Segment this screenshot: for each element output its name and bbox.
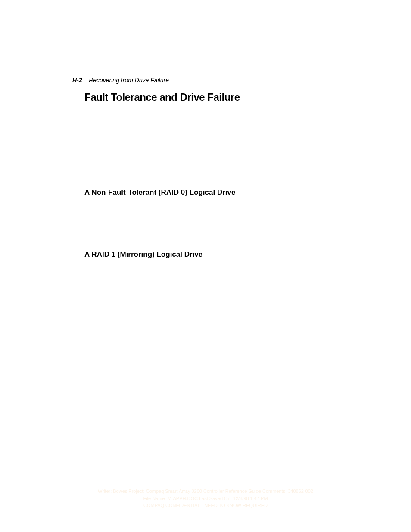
footer-line-1: Writer: Bowes Project: Compaq Smart Arra…: [0, 488, 411, 495]
page-header: H-2 Recovering from Drive Failure: [72, 77, 169, 84]
footer-line-3: COMPAQ CONFIDENTIAL - NEED TO KNOW REQUI…: [0, 502, 411, 509]
footer-text: Writer: Bowes Project: Compaq Smart Arra…: [0, 488, 411, 509]
section-title: Fault Tolerance and Drive Failure: [84, 91, 240, 103]
footer-rule: [74, 434, 353, 434]
page-number: H-2: [72, 77, 82, 84]
footer-line-2: File Name: M-APPH.DOC Last Saved On: 12/…: [0, 495, 411, 502]
chapter-title: [84, 77, 89, 84]
subsection-raid1-title: A RAID 1 (Mirroring) Logical Drive: [84, 250, 202, 259]
chapter-title-text: Recovering from Drive Failure: [89, 77, 169, 84]
subsection-raid0-title: A Non-Fault-Tolerant (RAID 0) Logical Dr…: [84, 188, 235, 197]
